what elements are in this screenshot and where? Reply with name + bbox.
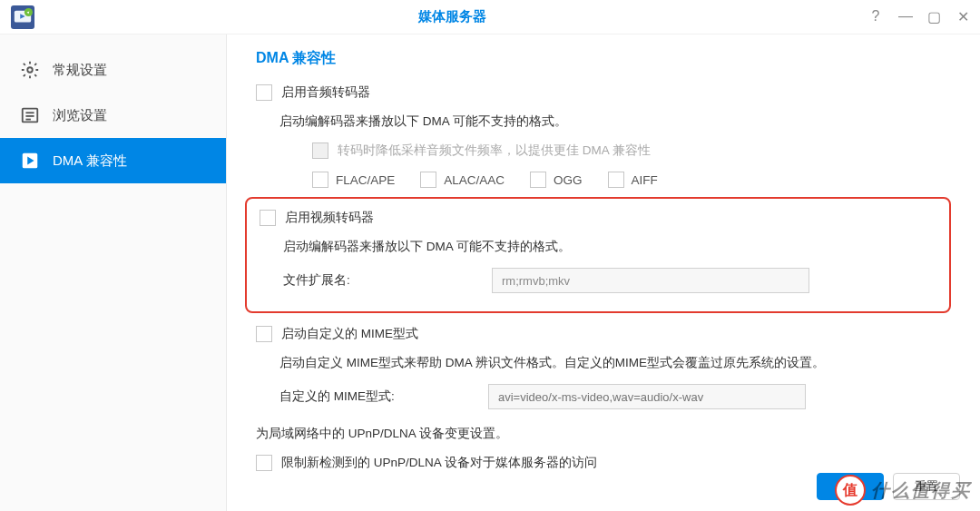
label-aiff: AIFF — [632, 173, 658, 187]
title-bar: 媒体服务器 ? — ▢ ✕ — [0, 0, 980, 34]
sidebar-item-label: DMA 兼容性 — [53, 152, 127, 170]
row-file-ext: 文件扩展名: — [260, 268, 936, 293]
window-controls: ? — ▢ ✕ — [869, 8, 969, 25]
label-file-ext: 文件扩展名: — [283, 272, 492, 289]
label-ogg: OGG — [554, 173, 583, 187]
apply-button[interactable]: 应用 — [817, 473, 884, 500]
reset-button[interactable]: 重置 — [893, 473, 960, 500]
label-alac: ALAC/AAC — [444, 173, 505, 187]
video-highlight-box: 启用视频转码器 启动编解码器来播放以下 DMA 可能不支持的格式。 文件扩展名: — [245, 197, 951, 313]
checkbox-ogg[interactable] — [530, 172, 546, 188]
window-title: 媒体服务器 — [34, 8, 869, 25]
checkbox-enable-mime[interactable] — [256, 326, 272, 342]
list-icon — [20, 105, 40, 125]
maximize-icon[interactable]: ▢ — [927, 8, 940, 25]
sidebar-item-browse[interactable]: 浏览设置 — [0, 93, 226, 138]
row-upnp-restrict: 限制新检测到的 UPnP/DLNA 设备对于媒体服务器的访问 — [256, 455, 951, 471]
row-enable-audio: 启用音频转码器 — [256, 84, 951, 101]
close-icon[interactable]: ✕ — [956, 8, 969, 25]
sidebar-item-dma[interactable]: DMA 兼容性 — [0, 138, 226, 183]
label-upnp-restrict: 限制新检测到的 UPnP/DLNA 设备对于媒体服务器的访问 — [281, 455, 597, 471]
sidebar-item-label: 常规设置 — [53, 62, 107, 79]
checkbox-downsample — [312, 142, 328, 159]
checkbox-enable-audio[interactable] — [256, 84, 272, 101]
label-enable-video: 启用视频转码器 — [285, 210, 374, 226]
format-flac: FLAC/APE — [312, 172, 395, 188]
svg-point-3 — [27, 67, 33, 73]
mime-desc: 启动自定义 MIME型式来帮助 DMA 辨识文件格式。自定义的MIME型式会覆盖… — [256, 355, 951, 371]
format-alac: ALAC/AAC — [420, 172, 505, 188]
audio-desc: 启动编解码器来播放以下 DMA 可能不支持的格式。 — [256, 113, 951, 130]
gear-icon — [20, 60, 40, 80]
label-downsample: 转码时降低采样音频文件频率，以提供更佳 DMA 兼容性 — [338, 142, 651, 159]
row-enable-mime: 启动自定义的 MIME型式 — [256, 326, 951, 342]
checkbox-alac[interactable] — [420, 172, 436, 188]
audio-format-row: FLAC/APE ALAC/AAC OGG AIFF — [256, 172, 951, 188]
video-desc: 启动编解码器来播放以下 DMA 可能不支持的格式。 — [260, 239, 936, 255]
label-mime-field: 自定义的 MIME型式: — [279, 388, 488, 405]
label-enable-audio: 启用音频转码器 — [281, 84, 370, 101]
checkbox-aiff[interactable] — [608, 172, 624, 188]
checkbox-upnp-restrict[interactable] — [256, 455, 272, 471]
label-flac: FLAC/APE — [336, 173, 395, 187]
minimize-icon[interactable]: — — [898, 8, 911, 25]
format-ogg: OGG — [530, 172, 583, 188]
play-icon — [20, 151, 40, 171]
row-enable-video: 启用视频转码器 — [260, 210, 936, 226]
sidebar-item-label: 浏览设置 — [53, 107, 107, 124]
input-mime[interactable] — [488, 384, 806, 409]
upnp-desc: 为局域网络中的 UPnP/DLNA 设备变更设置。 — [256, 426, 951, 442]
row-downsample: 转码时降低采样音频文件频率，以提供更佳 DMA 兼容性 — [256, 142, 951, 159]
footer-buttons: 应用 重置 — [817, 473, 960, 500]
format-aiff: AIFF — [608, 172, 658, 188]
app-icon — [11, 5, 34, 29]
label-enable-mime: 启动自定义的 MIME型式 — [281, 326, 418, 342]
row-mime-field: 自定义的 MIME型式: — [256, 384, 951, 409]
section-title: DMA 兼容性 — [256, 49, 951, 68]
checkbox-enable-video[interactable] — [260, 210, 276, 226]
input-file-ext[interactable] — [492, 268, 809, 293]
main-panel: DMA 兼容性 启用音频转码器 启动编解码器来播放以下 DMA 可能不支持的格式… — [227, 34, 980, 511]
sidebar: 常规设置 浏览设置 DMA 兼容性 — [0, 34, 227, 511]
checkbox-flac[interactable] — [312, 172, 328, 188]
sidebar-item-general[interactable]: 常规设置 — [0, 47, 226, 93]
help-icon[interactable]: ? — [869, 8, 882, 25]
